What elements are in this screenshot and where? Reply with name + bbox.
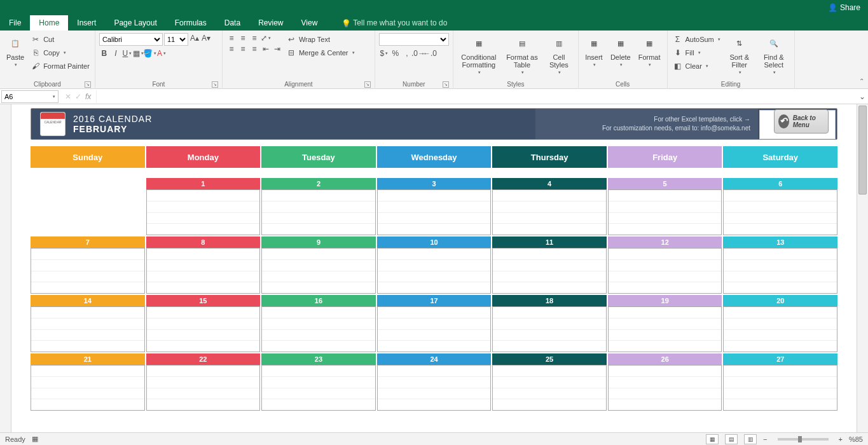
clear-label: Clear <box>685 62 702 70</box>
tab-file[interactable]: File <box>0 15 30 31</box>
cancel-formula-icon[interactable]: ✕ <box>65 92 71 101</box>
group-clipboard: 📋 Paste ▾ ✂Cut ⎘Copy▾ 🖌Format Painter Cl… <box>0 31 95 89</box>
align-middle-button[interactable]: ≡ <box>238 33 248 43</box>
format-label: Format <box>638 53 661 61</box>
clear-button[interactable]: ◧Clear▾ <box>672 60 722 72</box>
find-select-button[interactable]: 🔍Find & Select▾ <box>757 33 790 76</box>
align-top-button[interactable]: ≡ <box>226 33 237 43</box>
cond-format-icon: ▦ <box>470 34 488 52</box>
decrease-font-icon[interactable]: A▾ <box>201 33 211 43</box>
indent-increase-button[interactable]: ⇥ <box>272 44 282 54</box>
tab-page-layout[interactable]: Page Layout <box>105 15 165 31</box>
name-box[interactable]: A6▾ <box>1 90 59 103</box>
group-cells: ▦Insert▾ ▦Delete▾ ▦Format▾ Cells <box>579 31 668 89</box>
find-label: Find & Select <box>760 53 788 69</box>
indent-decrease-button[interactable]: ⇤ <box>261 44 271 54</box>
number-format-select[interactable] <box>379 33 449 46</box>
collapse-ribbon-button[interactable]: ⌃ <box>859 78 864 85</box>
fill-color-button[interactable]: 🪣▾ <box>145 48 155 58</box>
sort-icon: ⇅ <box>731 34 748 52</box>
table-icon: ▤ <box>513 34 531 52</box>
cell-styles-button[interactable]: ▥Cell Styles▾ <box>544 33 574 76</box>
share-button[interactable]: 👤 Share <box>828 3 860 12</box>
increase-decimal-button[interactable]: .0→ <box>413 48 424 58</box>
tab-home[interactable]: Home <box>30 15 68 31</box>
format-as-table-button[interactable]: ▤Format as Table▾ <box>503 33 541 76</box>
table-label: Format as Table <box>506 53 539 69</box>
decrease-decimal-button[interactable]: ←.0 <box>425 48 435 58</box>
percent-button[interactable]: % <box>390 48 401 58</box>
merge-label: Merge & Center <box>299 49 348 57</box>
cell-styles-icon: ▥ <box>550 34 568 52</box>
paste-button[interactable]: 📋 Paste ▾ <box>4 33 27 69</box>
find-icon: 🔍 <box>765 34 783 52</box>
underline-button[interactable]: U▾ <box>122 48 132 58</box>
border-button[interactable]: ▦▾ <box>134 48 144 58</box>
merge-center-button[interactable]: ⊟Merge & Center▾ <box>285 46 356 59</box>
format-painter-button[interactable]: 🖌Format Painter <box>29 60 91 72</box>
copy-icon: ⎘ <box>31 48 41 58</box>
paste-icon: 📋 <box>6 34 24 52</box>
formula-input[interactable] <box>96 90 857 103</box>
accounting-format-button[interactable]: $▾ <box>379 48 389 58</box>
italic-button[interactable]: I <box>111 48 121 58</box>
alignment-launcher[interactable]: ↘ <box>364 81 371 88</box>
cells-group-label: Cells <box>616 81 630 88</box>
bold-button[interactable]: B <box>99 48 109 58</box>
brush-icon: 🖌 <box>31 61 41 71</box>
tab-review[interactable]: Review <box>249 15 292 31</box>
cond-label: Conditional Formatting <box>460 53 498 69</box>
cell-reference: A6 <box>4 93 13 100</box>
styles-group-label: Styles <box>507 81 524 88</box>
insert-label: Insert <box>585 53 603 61</box>
align-bottom-button[interactable]: ≡ <box>249 33 259 43</box>
group-alignment: ≡ ≡ ≡ ⤢▾ ≡ ≡ ≡ ⇤ ⇥ ↩Wrap Text ⊟Merge & C… <box>223 31 375 89</box>
align-right-button[interactable]: ≡ <box>249 44 259 54</box>
sort-label: Sort & Filter <box>727 53 752 69</box>
group-editing: ΣAutoSum▾ ⬇Fill▾ ◧Clear▾ ⇅Sort & Filter▾… <box>668 31 795 89</box>
tab-view[interactable]: View <box>293 15 327 31</box>
clipboard-group-label: Clipboard <box>34 81 61 88</box>
clipboard-launcher[interactable]: ↘ <box>85 81 91 88</box>
tab-insert[interactable]: Insert <box>68 15 105 31</box>
copy-label: Copy <box>43 49 60 57</box>
fx-icon[interactable]: fx <box>85 92 91 101</box>
copy-button[interactable]: ⎘Copy▾ <box>29 46 91 59</box>
fill-button[interactable]: ⬇Fill▾ <box>672 46 722 59</box>
font-group-label: Font <box>152 81 165 88</box>
delete-label: Delete <box>610 53 631 61</box>
wrap-icon: ↩ <box>286 34 296 44</box>
align-center-button[interactable]: ≡ <box>238 44 248 54</box>
tab-data[interactable]: Data <box>216 15 249 31</box>
font-name-select[interactable]: Calibri <box>99 33 163 46</box>
cut-label: Cut <box>43 36 54 43</box>
format-icon: ▦ <box>640 34 658 52</box>
tab-formulas[interactable]: Formulas <box>166 15 216 31</box>
number-launcher[interactable]: ↘ <box>443 81 449 88</box>
autosum-button[interactable]: ΣAutoSum▾ <box>672 33 722 46</box>
delete-cells-button[interactable]: ▦Delete▾ <box>608 33 633 69</box>
bulb-icon: 💡 <box>341 19 349 27</box>
comma-button[interactable]: , <box>402 48 412 58</box>
font-size-select[interactable]: 11 <box>164 33 188 46</box>
align-left-button[interactable]: ≡ <box>226 44 237 54</box>
font-launcher[interactable]: ↘ <box>212 81 218 88</box>
ribbon-tabs: File Home Insert Page Layout Formulas Da… <box>0 15 868 31</box>
sort-filter-button[interactable]: ⇅Sort & Filter▾ <box>724 33 755 76</box>
alignment-group-label: Alignment <box>284 81 312 88</box>
fill-icon: ⬇ <box>673 48 683 58</box>
editing-group-label: Editing <box>721 81 741 88</box>
titlebar: 👤 Share <box>0 0 868 15</box>
conditional-formatting-button[interactable]: ▦Conditional Formatting▾ <box>457 33 500 76</box>
wrap-text-button[interactable]: ↩Wrap Text <box>285 33 356 46</box>
enter-formula-icon[interactable]: ✓ <box>75 92 81 101</box>
increase-font-icon[interactable]: A▴ <box>189 33 200 43</box>
font-color-button[interactable]: A▾ <box>156 48 167 58</box>
format-cells-button[interactable]: ▦Format▾ <box>636 33 663 69</box>
insert-cells-button[interactable]: ▦Insert▾ <box>582 33 605 69</box>
cut-icon: ✂ <box>31 34 41 44</box>
orientation-button[interactable]: ⤢▾ <box>261 33 271 43</box>
expand-formula-bar[interactable]: ⌄ <box>857 92 868 101</box>
tell-me[interactable]: 💡 Tell me what you want to do <box>333 15 456 31</box>
cut-button[interactable]: ✂Cut <box>29 33 91 46</box>
